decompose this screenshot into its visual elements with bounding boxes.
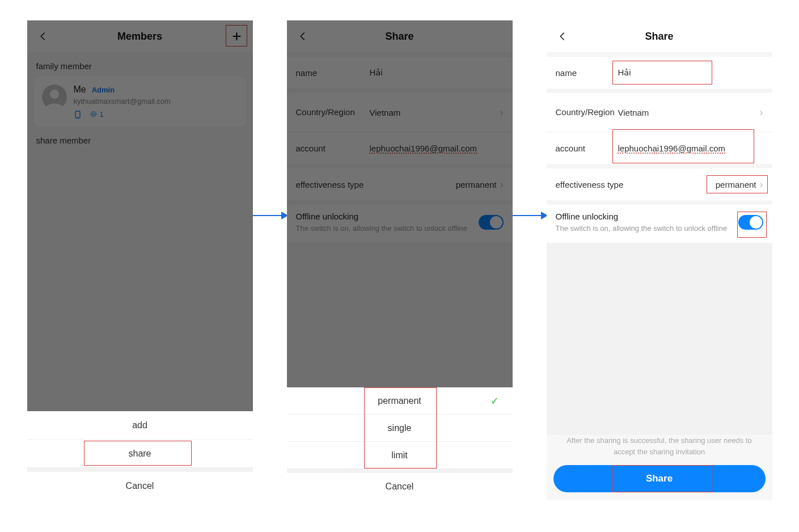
picker-cancel[interactable]: Cancel bbox=[287, 473, 513, 500]
label-account: account bbox=[296, 143, 370, 153]
value-effectiveness: permanent bbox=[456, 180, 497, 189]
picker-permanent[interactable]: permanent ✓ bbox=[287, 387, 513, 415]
row-country[interactable]: Country/Region Vietnam › bbox=[547, 93, 772, 132]
flow-arrow-1 bbox=[253, 20, 287, 500]
chevron-right-icon: › bbox=[760, 179, 763, 191]
value-name: Hải bbox=[618, 67, 763, 78]
picker-single[interactable]: single bbox=[287, 415, 513, 442]
share-button-label: Share bbox=[646, 473, 673, 484]
row-offline: Offline unlocking The switch is on, allo… bbox=[287, 205, 513, 243]
member-email: kythuatmaxsmart@gmail.com bbox=[74, 97, 171, 105]
offline-title: Offline unlocking bbox=[296, 212, 470, 221]
chevron-right-icon: › bbox=[760, 107, 763, 119]
back-icon[interactable] bbox=[556, 29, 569, 43]
section-share: share member bbox=[27, 126, 253, 151]
admin-badge: Admin bbox=[92, 86, 115, 94]
action-sheet: add share Cancel bbox=[27, 411, 253, 500]
picker-limit-label: limit bbox=[391, 450, 407, 461]
offline-sub: The switch is on, allowing the switch to… bbox=[296, 223, 470, 234]
row-offline: Offline unlocking The switch is on, allo… bbox=[547, 205, 772, 243]
member-name: Me bbox=[74, 85, 86, 95]
back-icon[interactable] bbox=[36, 29, 50, 43]
back-icon[interactable] bbox=[296, 29, 310, 43]
svg-point-0 bbox=[50, 90, 59, 99]
label-name: name bbox=[556, 68, 618, 78]
offline-sub: The switch is on, allowing the switch to… bbox=[556, 223, 729, 234]
sheet-add[interactable]: add bbox=[27, 411, 253, 440]
share-button[interactable]: Share bbox=[553, 465, 766, 492]
row-effectiveness[interactable]: effectiveness type permanent › bbox=[287, 168, 513, 200]
screen-share-form: Share name Hải Country/Region Vietnam › … bbox=[547, 20, 772, 500]
avatar bbox=[42, 85, 67, 109]
fingerprint-count: 1 bbox=[100, 110, 104, 119]
value-country: Vietnam bbox=[370, 108, 497, 117]
page-title: Share bbox=[645, 31, 673, 43]
value-account: lephuochai1996@gmail.com bbox=[618, 143, 763, 153]
add-icon[interactable]: + bbox=[230, 29, 244, 43]
chevron-right-icon: › bbox=[500, 107, 504, 119]
sheet-share-label: share bbox=[128, 449, 151, 459]
value-name: Hải bbox=[370, 67, 504, 78]
label-country: Country/Region bbox=[556, 107, 618, 118]
row-account[interactable]: account lephuochai1996@gmail.com bbox=[547, 132, 772, 164]
sheet-cancel[interactable]: Cancel bbox=[27, 472, 253, 500]
fingerprint-icon bbox=[90, 111, 98, 119]
share-notice: After the sharing is successful, the sha… bbox=[547, 435, 772, 457]
svg-point-2 bbox=[77, 116, 78, 117]
header: Share bbox=[287, 20, 513, 52]
sheet-share[interactable]: share bbox=[27, 440, 253, 468]
picker-limit[interactable]: limit bbox=[287, 442, 513, 469]
section-family: family member bbox=[27, 52, 253, 77]
row-effectiveness[interactable]: effectiveness type permanent › bbox=[547, 168, 772, 200]
label-name: name bbox=[296, 68, 370, 78]
member-card[interactable]: Me Admin kythuatmaxsmart@gmail.com 1 bbox=[34, 77, 246, 126]
label-country: Country/Region bbox=[296, 107, 370, 118]
value-country: Vietnam bbox=[618, 108, 756, 117]
page-title: Share bbox=[385, 31, 413, 43]
value-effectiveness: permanent bbox=[716, 180, 756, 189]
device-icon bbox=[74, 111, 82, 119]
screen-share-picker: Share name Hải Country/Region Vietnam › … bbox=[287, 20, 513, 500]
value-account: lephuochai1996@gmail.com bbox=[370, 143, 504, 153]
flow-arrow-2 bbox=[513, 20, 547, 500]
screen-members: Members + family member Me Admin kythuat… bbox=[27, 20, 253, 500]
picker-single-label: single bbox=[388, 423, 412, 433]
label-effectiveness: effectiveness type bbox=[296, 180, 456, 189]
check-icon: ✓ bbox=[491, 395, 499, 407]
chevron-right-icon: › bbox=[500, 179, 504, 191]
effectiveness-picker: permanent ✓ single limit Cancel bbox=[287, 387, 513, 500]
page-title: Members bbox=[117, 31, 162, 43]
row-country[interactable]: Country/Region Vietnam › bbox=[287, 93, 513, 132]
header: Share bbox=[547, 20, 772, 52]
offline-toggle[interactable] bbox=[738, 215, 763, 230]
label-account: account bbox=[556, 143, 618, 153]
row-account[interactable]: account lephuochai1996@gmail.com bbox=[287, 132, 513, 164]
row-name[interactable]: name Hải bbox=[547, 57, 772, 88]
label-effectiveness: effectiveness type bbox=[556, 180, 716, 189]
row-name[interactable]: name Hải bbox=[287, 57, 513, 88]
header: Members + bbox=[27, 20, 253, 52]
offline-title: Offline unlocking bbox=[556, 212, 729, 221]
picker-permanent-label: permanent bbox=[378, 396, 421, 406]
offline-toggle[interactable] bbox=[479, 215, 504, 230]
